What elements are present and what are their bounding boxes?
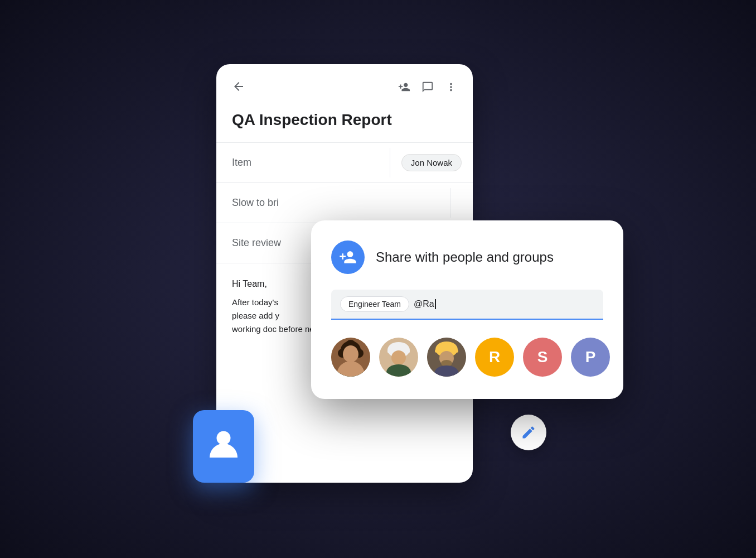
fab-edit-button[interactable] (511, 415, 546, 450)
table-row: Slow to bri (216, 183, 473, 223)
table-cell-slow-value (450, 194, 473, 212)
svg-point-3 (355, 349, 364, 358)
avatar-person-3[interactable] (427, 338, 466, 377)
avatar-person-1[interactable] (331, 338, 370, 377)
notes-icon[interactable] (421, 81, 434, 96)
table-cell-item-value: Jon Nowak (390, 149, 473, 177)
avatar-s[interactable]: S (523, 338, 562, 377)
avatar-r[interactable]: R (475, 338, 514, 377)
svg-point-6 (338, 364, 363, 377)
cursor (435, 299, 436, 309)
scene: QA Inspection Report Item Jon Nowak Slow… (127, 42, 629, 516)
share-header: Share with people and groups (331, 240, 603, 274)
avatar-person-2[interactable] (379, 338, 418, 377)
jon-nowak-badge: Jon Nowak (401, 154, 462, 171)
doc-actions (398, 81, 457, 96)
share-title: Share with people and groups (376, 249, 554, 265)
back-icon[interactable] (232, 80, 245, 97)
svg-point-10 (391, 350, 406, 365)
share-icon-circle (331, 240, 365, 274)
avatar-p[interactable]: P (571, 338, 610, 377)
share-input-text[interactable]: @Ra (414, 299, 436, 309)
doc-title: QA Inspection Report (216, 105, 473, 142)
doc-header (216, 64, 473, 105)
svg-point-5 (343, 347, 358, 362)
svg-point-4 (345, 340, 356, 351)
share-input-area[interactable]: Engineer Team @Ra (331, 290, 603, 320)
share-dialog: Share with people and groups Engineer Te… (311, 220, 623, 399)
table-cell-item-label: Item (216, 148, 390, 177)
svg-point-18 (217, 431, 231, 445)
table-row: Item Jon Nowak (216, 143, 473, 183)
svg-point-2 (338, 349, 347, 358)
more-icon[interactable] (445, 81, 457, 96)
engineer-team-chip[interactable]: Engineer Team (340, 296, 409, 312)
person-card (193, 410, 254, 483)
person-icon (207, 427, 240, 466)
add-person-icon[interactable] (398, 81, 410, 96)
table-cell-slow-label: Slow to bri (216, 188, 450, 218)
share-avatars-row: R S P (331, 333, 603, 381)
